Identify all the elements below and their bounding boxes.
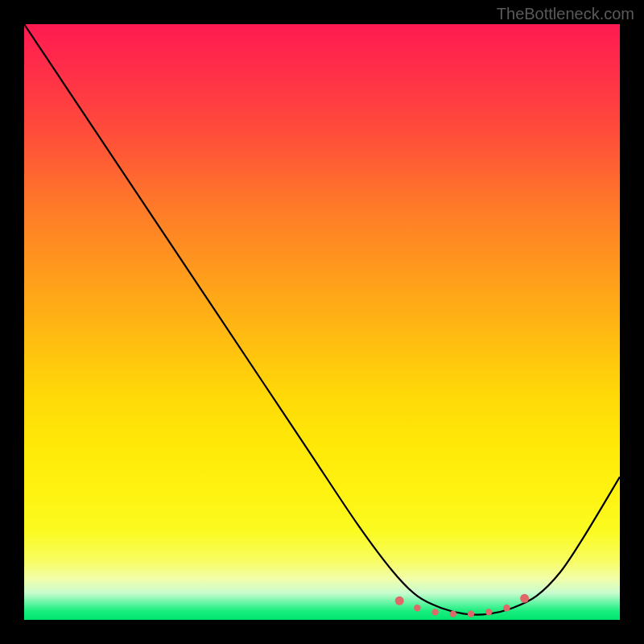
highlight-dot — [468, 610, 474, 617]
watermark-text: TheBottleneck.com — [497, 5, 634, 23]
chart-plot-area — [24, 24, 620, 620]
highlight-dot — [395, 597, 404, 605]
highlight-dot — [503, 605, 510, 611]
chart-svg — [24, 24, 620, 620]
highlight-dot — [414, 605, 420, 611]
highlight-dot — [485, 609, 492, 615]
highlight-dot — [431, 609, 438, 615]
bottleneck-curve-line — [24, 24, 620, 615]
highlight-dot — [520, 594, 529, 603]
highlight-dot — [450, 610, 456, 617]
